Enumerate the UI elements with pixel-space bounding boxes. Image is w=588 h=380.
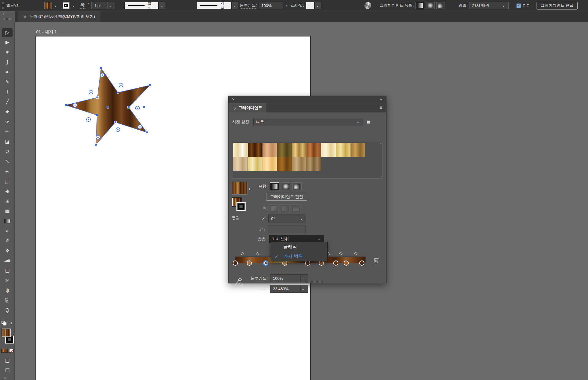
color-stop-6[interactable] bbox=[333, 260, 338, 266]
stop-position-chevron-icon[interactable]: ⌄ bbox=[301, 287, 305, 291]
tool-paintbrush-tool[interactable]: ✑ bbox=[2, 118, 13, 127]
tool-star-shape-tool[interactable]: ★ bbox=[2, 108, 13, 116]
tool-magic-wand-tool[interactable]: ✶ bbox=[2, 48, 13, 57]
opacity-expand-icon[interactable]: › bbox=[285, 4, 288, 7]
color-stop-2-selected[interactable] bbox=[263, 260, 268, 266]
gradient-linear-button[interactable] bbox=[416, 2, 424, 9]
tool-shape-builder-tool[interactable]: ◉ bbox=[2, 187, 13, 196]
midpoint-diamond-1[interactable] bbox=[256, 252, 259, 255]
tool-eyedropper-tool[interactable]: ✐ bbox=[2, 237, 13, 245]
fill-proxy-swatch[interactable] bbox=[2, 329, 11, 337]
brush-definition-dropdown[interactable]: 기본 bbox=[197, 2, 232, 9]
preset-swatch-wood-rust[interactable] bbox=[307, 143, 321, 157]
gradient-eyedropper-icon[interactable] bbox=[233, 277, 244, 287]
tools-expand-icon[interactable]: » bbox=[2, 12, 4, 15]
tool-perspective-grid-tool[interactable]: ⊞ bbox=[2, 197, 13, 206]
preset-swatch-wood-plank[interactable] bbox=[307, 157, 321, 171]
close-tab-icon[interactable]: × bbox=[24, 14, 26, 19]
method-chevron-icon[interactable]: ⌄ bbox=[501, 4, 506, 8]
panel-close-icon[interactable]: × bbox=[232, 97, 235, 102]
tool-mesh-tool[interactable]: ▦ bbox=[2, 207, 13, 216]
none-button[interactable] bbox=[9, 349, 13, 353]
brush-chevron-icon[interactable]: ⌄ bbox=[232, 2, 238, 9]
edit-gradient-button[interactable]: 그레이디언트 편집 bbox=[537, 2, 578, 10]
recolor-artwork-icon[interactable] bbox=[364, 2, 371, 9]
panel-stroke-proxy[interactable] bbox=[236, 202, 246, 211]
preset-chevron-icon[interactable]: ⌄ bbox=[356, 120, 360, 124]
angle-dropdown[interactable]: 0° ⌄ bbox=[268, 215, 306, 222]
color-stop-7[interactable] bbox=[344, 260, 349, 266]
preset-swatch-wood-beige[interactable] bbox=[233, 157, 248, 171]
gradient-thumb-caret-icon[interactable]: ▾ bbox=[249, 187, 250, 191]
panel-method-chevron-icon[interactable]: ⌄ bbox=[317, 237, 321, 241]
preset-dropdown[interactable]: 나무 ⌄ bbox=[253, 118, 363, 126]
reverse-gradient-icon[interactable] bbox=[232, 215, 239, 221]
color-stop-1[interactable] bbox=[247, 260, 252, 266]
preset-swatch-wood-tan-brown[interactable] bbox=[351, 143, 365, 157]
grid-scroll-down-icon[interactable]: ⌄ bbox=[379, 175, 382, 178]
tools-grip[interactable] bbox=[4, 18, 11, 20]
tool-free-transform-tool[interactable]: ⬚ bbox=[2, 177, 13, 186]
active-gradient-thumbnail[interactable] bbox=[232, 182, 247, 195]
preset-swatch-wood-cream[interactable] bbox=[233, 143, 248, 157]
midpoint-diamond-0[interactable] bbox=[241, 252, 244, 255]
tool-scale-tool[interactable]: ⤡ bbox=[2, 157, 13, 166]
opacity-label[interactable]: 불투명도: bbox=[240, 2, 257, 9]
default-fill-stroke-icon[interactable] bbox=[2, 321, 6, 325]
gradient-button[interactable] bbox=[1, 349, 8, 353]
panel-resize-grip[interactable] bbox=[305, 281, 323, 283]
tool-zoom-tool[interactable]: Ϙ bbox=[2, 306, 13, 315]
tool-width-tool[interactable]: ⇿ bbox=[2, 167, 13, 176]
midpoint-diamond-6[interactable] bbox=[339, 252, 342, 255]
panel-freeform-button[interactable] bbox=[292, 182, 302, 190]
fill-chevron-icon[interactable]: ⌄ bbox=[53, 4, 58, 8]
tool-line-segment-tool[interactable]: ╱ bbox=[2, 98, 13, 107]
color-stop-0[interactable] bbox=[233, 260, 238, 266]
tool-eraser-tool[interactable]: ◪ bbox=[2, 137, 13, 146]
gradient-radial-button[interactable] bbox=[426, 2, 435, 9]
panel-radial-button[interactable] bbox=[281, 182, 290, 190]
width-profile-dropdown[interactable]: 균일 bbox=[124, 2, 159, 9]
bar-grip[interactable] bbox=[2, 2, 4, 9]
tool-column-graph-tool[interactable]: ▂▅▇ bbox=[2, 256, 13, 265]
preset-swatch-wood-pale-cream[interactable] bbox=[321, 143, 336, 157]
tool-artboard-tool[interactable]: ❏ bbox=[2, 267, 13, 276]
dither-checkbox[interactable]: ✓ bbox=[516, 3, 521, 8]
opacity-field[interactable]: 100% bbox=[259, 2, 283, 9]
panel-tab-gradient[interactable]: ◇ 그레이디언트 bbox=[228, 103, 266, 112]
panel-edit-gradient-button[interactable]: 그레이디언트 편집 bbox=[266, 193, 307, 201]
preset-swatch-wood-dark-brown[interactable] bbox=[248, 143, 262, 157]
preset-swatch-wood-peach[interactable] bbox=[262, 157, 277, 171]
tool-gradient-tool[interactable] bbox=[2, 217, 13, 226]
method-menu-item-classic[interactable]: 클래식 bbox=[271, 242, 327, 252]
stroke-weight-label[interactable]: 획: bbox=[80, 2, 85, 9]
style-swatch[interactable] bbox=[306, 2, 315, 9]
preset-swatch-wood-olive[interactable] bbox=[277, 143, 292, 157]
style-chevron-icon[interactable]: ⌄ bbox=[315, 2, 321, 9]
delete-stop-icon[interactable] bbox=[373, 257, 379, 264]
preset-swatch-wood-gold[interactable] bbox=[336, 143, 351, 157]
draw-mode-button[interactable]: ❏ bbox=[2, 357, 13, 366]
tool-blend-tool[interactable]: ◐ bbox=[2, 227, 13, 236]
midpoint-diamond-7[interactable] bbox=[354, 252, 357, 255]
preset-swatch-wood-light-gold[interactable] bbox=[248, 157, 262, 171]
tool-lasso-tool[interactable]: ʃ bbox=[2, 58, 13, 67]
tool-curvature-tool[interactable]: ✎ bbox=[2, 78, 13, 87]
tool-slice-tool[interactable]: ✄ bbox=[2, 276, 13, 285]
document-tab[interactable]: × 무제-1* @ 56.47%(CMYK/미리 보기) bbox=[18, 11, 100, 22]
stop-opacity-chevron-icon[interactable]: ⌄ bbox=[301, 276, 305, 280]
panel-collapse-icon[interactable]: « bbox=[380, 97, 383, 101]
tool-direct-selection-tool[interactable]: ▶ bbox=[2, 38, 13, 47]
method-menu-item-visible-range[interactable]: ✓가시 범위 bbox=[271, 252, 327, 261]
tool-selection-tool[interactable]: ▷ bbox=[2, 28, 13, 37]
preset-swatch-wood-copper-tan[interactable] bbox=[262, 143, 277, 157]
profile-chevron-icon[interactable]: ⌄ bbox=[159, 2, 165, 9]
stroke-chevron-icon[interactable]: ⌄ bbox=[71, 4, 76, 8]
screen-mode-button[interactable]: ❐ bbox=[2, 367, 13, 375]
grid-scroll-up-icon[interactable]: ⌃ bbox=[379, 143, 382, 146]
stop-position-dropdown[interactable]: 23.463% ⌄ bbox=[270, 285, 308, 293]
preset-swatch-wood-brown[interactable] bbox=[277, 157, 292, 171]
method-dropdown[interactable]: 가시 범위 ⌄ bbox=[469, 2, 509, 9]
preset-swatch-wood-gold-stripe[interactable] bbox=[292, 143, 307, 157]
more-tools-button[interactable]: ••• bbox=[4, 376, 8, 380]
